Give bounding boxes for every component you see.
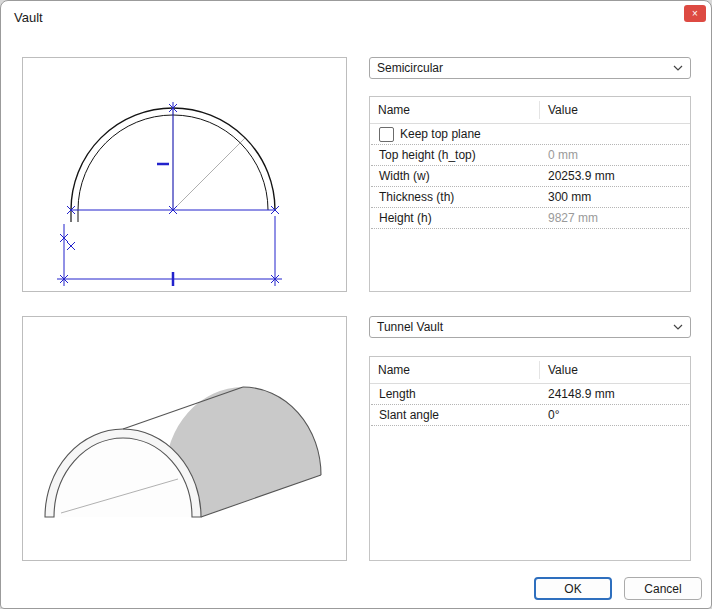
vault-parameters-table: Name Value Length24148.9 mmSlant angle0° xyxy=(369,356,691,561)
chevron-down-icon xyxy=(673,65,683,71)
row-value[interactable]: 0° xyxy=(540,408,689,422)
row-value[interactable]: 20253.9 mm xyxy=(540,169,689,183)
vault-type-select[interactable]: Tunnel Vault xyxy=(369,316,691,338)
table-header: Name Value xyxy=(370,97,690,124)
shape-select[interactable]: Semicircular xyxy=(369,57,691,79)
cancel-button-label: Cancel xyxy=(644,582,681,596)
row-name-label: Keep top plane xyxy=(400,127,481,141)
row-name-label: Top height (h_top) xyxy=(379,148,476,162)
row-name: Slant angle xyxy=(371,408,540,422)
row-name: Height (h) xyxy=(371,211,540,225)
close-icon: × xyxy=(692,9,698,19)
row-name-label: Thickness (th) xyxy=(379,190,454,204)
row-value[interactable]: 0 mm xyxy=(540,148,689,162)
row-value[interactable]: 24148.9 mm xyxy=(540,387,689,401)
row-value[interactable]: 300 mm xyxy=(540,190,689,204)
table-row[interactable]: Slant angle0° xyxy=(371,405,689,426)
row-name-label: Height (h) xyxy=(379,211,432,225)
vault-type-select-value: Tunnel Vault xyxy=(377,320,443,334)
row-name: Width (w) xyxy=(371,169,540,183)
row-name-label: Length xyxy=(379,387,416,401)
table-row[interactable]: Height (h)9827 mm xyxy=(371,208,689,229)
ok-button[interactable]: OK xyxy=(534,577,612,600)
window-title: Vault xyxy=(14,10,43,25)
header-value: Value xyxy=(540,103,690,117)
row-name-label: Width (w) xyxy=(379,169,430,183)
ok-button-label: OK xyxy=(564,582,581,596)
header-value: Value xyxy=(540,363,690,377)
row-name: Keep top plane xyxy=(371,127,540,142)
row-name: Length xyxy=(371,387,540,401)
shape-select-value: Semicircular xyxy=(377,61,443,75)
table-row[interactable]: Keep top plane xyxy=(371,124,689,145)
header-name: Name xyxy=(370,361,540,379)
cancel-button[interactable]: Cancel xyxy=(624,577,702,600)
row-name: Top height (h_top) xyxy=(371,148,540,162)
table-row[interactable]: Width (w)20253.9 mm xyxy=(371,166,689,187)
preview-2d-panel xyxy=(22,57,347,292)
keep-top-plane-checkbox[interactable] xyxy=(379,127,394,142)
table-row[interactable]: Top height (h_top)0 mm xyxy=(371,145,689,166)
table-row[interactable]: Length24148.9 mm xyxy=(371,384,689,405)
row-value[interactable]: 9827 mm xyxy=(540,211,689,225)
vault-3d-diagram xyxy=(23,317,346,560)
table-row[interactable]: Thickness (th)300 mm xyxy=(371,187,689,208)
vault-dialog: Vault × xyxy=(0,0,712,609)
shape-parameters-table: Name Value Keep top planeTop height (h_t… xyxy=(369,96,691,292)
preview-3d-panel xyxy=(22,316,347,561)
titlebar[interactable]: Vault × xyxy=(1,1,711,33)
header-name: Name xyxy=(370,101,540,119)
row-name-label: Slant angle xyxy=(379,408,439,422)
vault-2d-diagram xyxy=(23,58,346,291)
table-header: Name Value xyxy=(370,357,690,384)
row-name: Thickness (th) xyxy=(371,190,540,204)
chevron-down-icon xyxy=(673,324,683,330)
close-button[interactable]: × xyxy=(684,5,706,22)
